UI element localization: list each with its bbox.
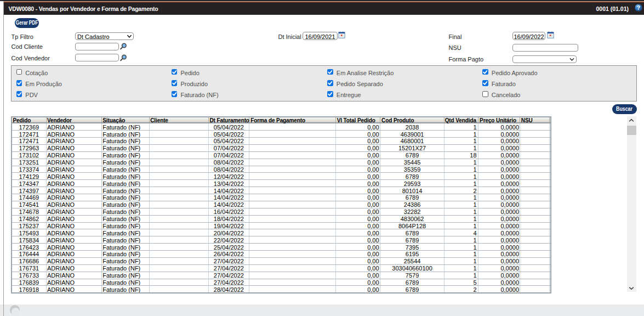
svg-text:?: ? [636,4,640,11]
